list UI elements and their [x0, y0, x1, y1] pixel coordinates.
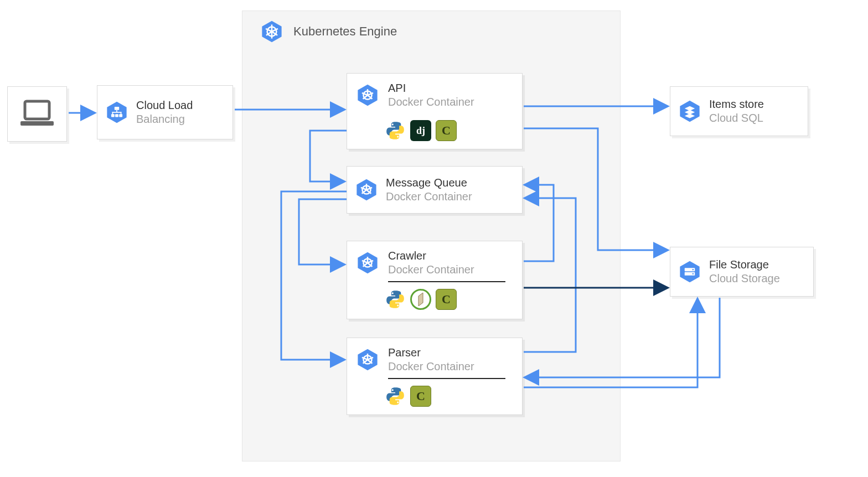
svg-rect-9 — [25, 101, 49, 119]
cloud-storage-icon — [678, 259, 701, 284]
load-balancer-node: Cloud Load Balancing — [97, 85, 233, 139]
celery-icon: C — [410, 386, 431, 407]
mq-title: Message Queue — [386, 176, 472, 190]
svg-rect-18 — [112, 112, 113, 115]
celery-icon: C — [436, 120, 457, 141]
k8s-icon — [355, 177, 378, 203]
svg-rect-17 — [112, 112, 122, 113]
kubernetes-header: Kubernetes Engine — [260, 19, 397, 44]
python-icon — [385, 289, 406, 310]
laptop-icon — [19, 99, 55, 129]
svg-point-52 — [392, 389, 394, 391]
items-subtitle: Cloud SQL — [709, 111, 764, 125]
svg-point-27 — [392, 123, 394, 125]
svg-marker-58 — [680, 261, 699, 283]
k8s-icon — [356, 250, 379, 276]
svg-point-53 — [397, 402, 399, 403]
svg-rect-12 — [115, 107, 119, 110]
items-store-node: Items store Cloud SQL — [670, 86, 808, 136]
python-icon — [385, 120, 406, 141]
k8s-icon — [356, 347, 379, 372]
lb-title: Cloud Load — [136, 98, 193, 112]
svg-point-44 — [397, 305, 399, 307]
mq-node: Message Queue Docker Container — [347, 166, 523, 214]
svg-point-61 — [693, 269, 694, 271]
django-icon: dj — [410, 120, 431, 141]
divider — [388, 281, 505, 282]
k8s-icon — [356, 82, 379, 108]
items-title: Items store — [709, 97, 764, 111]
parser-node: Parser Docker Container C — [347, 338, 523, 415]
diagram-canvas: Kubernetes Engine Cloud Load Balancing A… — [0, 0, 868, 477]
load-balancer-icon — [105, 100, 128, 125]
parser-subtitle: Docker Container — [388, 360, 474, 374]
kubernetes-label: Kubernetes Engine — [293, 24, 397, 39]
laptop-node — [7, 86, 67, 142]
svg-rect-19 — [121, 112, 122, 115]
lb-subtitle: Balancing — [136, 112, 193, 126]
kubernetes-icon — [260, 19, 283, 44]
api-subtitle: Docker Container — [388, 95, 474, 109]
svg-rect-14 — [115, 114, 118, 117]
crawler-node: Crawler Docker Container C — [347, 241, 523, 319]
files-subtitle: Cloud Storage — [709, 272, 780, 286]
parser-title: Parser — [388, 346, 474, 360]
celery-icon: C — [436, 289, 457, 310]
divider — [388, 378, 505, 379]
crawler-subtitle: Docker Container — [388, 263, 474, 277]
svg-rect-10 — [20, 121, 54, 126]
file-storage-node: File Storage Cloud Storage — [670, 247, 814, 297]
scrapy-icon — [410, 289, 431, 310]
crawler-title: Crawler — [388, 249, 474, 263]
api-title: API — [388, 81, 474, 95]
mq-subtitle: Docker Container — [386, 190, 472, 204]
svg-point-62 — [693, 273, 694, 275]
api-node: API Docker Container dj C — [347, 73, 523, 149]
svg-point-43 — [392, 292, 394, 294]
svg-point-28 — [397, 136, 399, 138]
cloud-sql-icon — [678, 98, 701, 124]
python-icon — [385, 386, 406, 407]
files-title: File Storage — [709, 258, 780, 272]
